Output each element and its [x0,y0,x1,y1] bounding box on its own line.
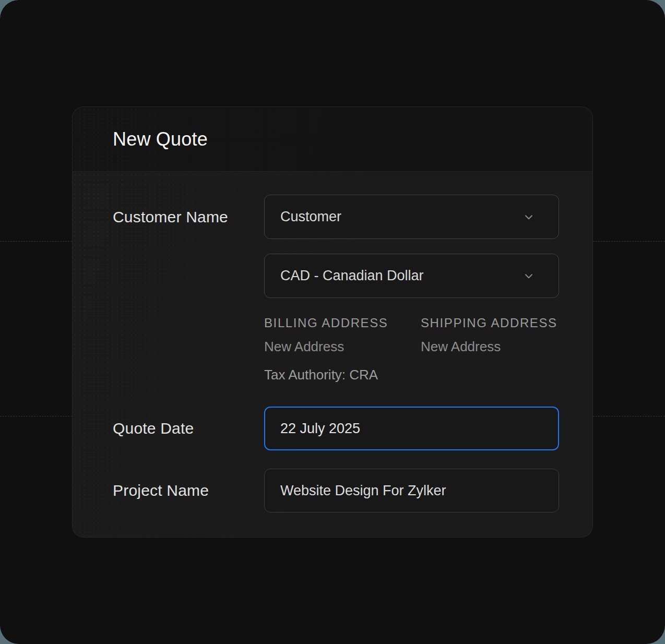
tax-authority-text: Tax Authority: CRA [264,366,421,383]
shipping-address-column: SHIPPING ADDRESS New Address [421,315,577,383]
shipping-new-address-link[interactable]: New Address [421,338,501,355]
chevron-down-icon [522,210,536,224]
quote-date-input[interactable] [264,407,559,450]
customer-select[interactable]: Customer [264,195,559,239]
billing-address-heading: BILLING ADDRESS [264,315,421,331]
shipping-address-heading: SHIPPING ADDRESS [421,315,577,331]
project-name-label: Project Name [113,469,209,512]
currency-row: CAD - Canadian Dollar [73,254,592,298]
currency-select-value: CAD - Canadian Dollar [280,268,424,284]
new-quote-dialog: New Quote Customer Name Customer CAD - C… [72,106,593,538]
project-name-input[interactable] [264,469,559,512]
customer-name-row: Customer Name Customer [73,195,592,239]
billing-address-column: BILLING ADDRESS New Address Tax Authorit… [264,315,421,383]
dialog-header: New Quote [73,107,592,172]
chevron-down-icon [522,269,536,283]
quote-date-row: Quote Date [73,407,592,450]
customer-select-value: Customer [280,209,341,225]
quote-date-label: Quote Date [113,407,194,450]
app-background: New Quote Customer Name Customer CAD - C… [0,0,665,644]
billing-new-address-link[interactable]: New Address [264,338,344,355]
project-name-row: Project Name [73,469,592,512]
currency-select[interactable]: CAD - Canadian Dollar [264,254,559,298]
dialog-title: New Quote [113,107,208,171]
customer-name-label: Customer Name [113,195,228,239]
